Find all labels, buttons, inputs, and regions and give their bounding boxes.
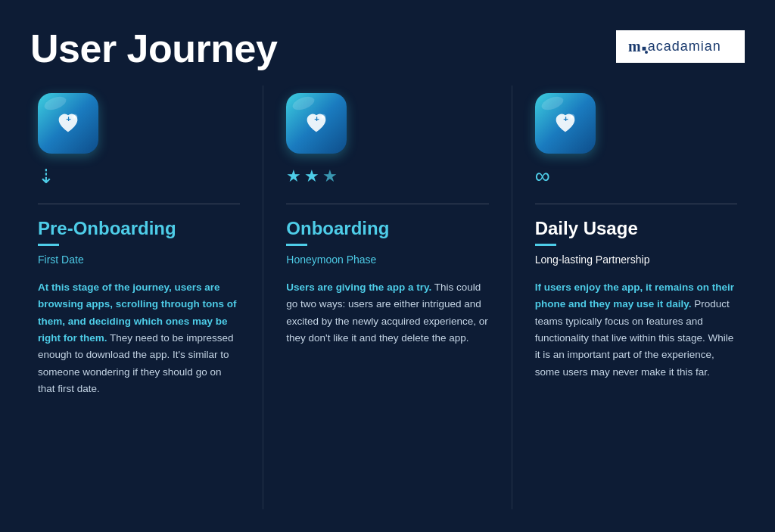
body-text-bold-onboarding: Users are giving the app a try. bbox=[286, 282, 431, 293]
heart-plus-icon-3: + bbox=[551, 109, 580, 138]
columns-wrapper: + ⇣ Pre-Onboarding First Date At this st… bbox=[0, 86, 775, 532]
body-text-onboarding: Users are giving the app a try. This cou… bbox=[286, 279, 488, 347]
page-wrapper: User Journey m■ acadamian + ⇣ Pre-On bbox=[0, 0, 775, 532]
app-icon-onboarding: + bbox=[286, 93, 347, 154]
divider-2 bbox=[286, 204, 488, 204]
stage-title-daily-usage: Daily Usage bbox=[535, 218, 737, 239]
infinity-icon: ∞ bbox=[535, 166, 550, 187]
svg-text:+: + bbox=[314, 114, 319, 123]
download-stage-icon: ⇣ bbox=[38, 164, 240, 188]
divider-3 bbox=[535, 204, 737, 204]
infinity-stage-icon: ∞ bbox=[535, 164, 737, 188]
logo-text: acadamian bbox=[648, 39, 721, 54]
svg-text:+: + bbox=[66, 114, 71, 123]
logo-m-letter: m■ bbox=[628, 38, 646, 55]
stars-stage-icon: ★ ★ ★ bbox=[286, 164, 488, 188]
app-icon-daily-usage: + bbox=[535, 93, 596, 154]
header: User Journey m■ acadamian bbox=[0, 0, 775, 86]
title-underline-3 bbox=[535, 244, 556, 246]
star-2: ★ bbox=[304, 166, 319, 186]
body-text-daily-usage: If users enjoy the app, it remains on th… bbox=[535, 279, 737, 381]
star-1: ★ bbox=[286, 166, 301, 186]
svg-text:+: + bbox=[563, 114, 568, 123]
star-half: ★ bbox=[322, 166, 338, 186]
subtitle-pre-onboarding: First Date bbox=[38, 254, 240, 266]
title-underline-1 bbox=[38, 244, 59, 246]
stage-title-onboarding: Onboarding bbox=[286, 218, 488, 239]
subtitle-onboarding: Honeymoon Phase bbox=[286, 254, 488, 266]
subtitle-daily-usage: Long-lasting Partnership bbox=[535, 254, 737, 266]
body-text-pre-onboarding: At this stage of the journey, users are … bbox=[38, 279, 240, 397]
app-icon-pre-onboarding: + bbox=[38, 93, 98, 154]
column-pre-onboarding: + ⇣ Pre-Onboarding First Date At this st… bbox=[15, 86, 263, 509]
stage-title-pre-onboarding: Pre-Onboarding bbox=[38, 218, 240, 239]
body-text-normal-daily-usage: Product teams typically focus on feature… bbox=[535, 298, 734, 377]
divider-1 bbox=[38, 204, 240, 204]
stars-row: ★ ★ ★ bbox=[286, 166, 338, 186]
column-daily-usage: + ∞ Daily Usage Long-lasting Partnership… bbox=[512, 86, 760, 509]
page-title: User Journey bbox=[30, 27, 277, 70]
heart-plus-icon: + bbox=[54, 109, 82, 138]
column-onboarding: + ★ ★ ★ Onboarding Honeymoon Phase Users… bbox=[263, 86, 512, 509]
logo-box: m■ acadamian bbox=[616, 30, 745, 63]
title-underline-2 bbox=[286, 244, 307, 246]
heart-plus-icon-2: + bbox=[302, 109, 331, 138]
download-icon: ⇣ bbox=[38, 166, 54, 186]
